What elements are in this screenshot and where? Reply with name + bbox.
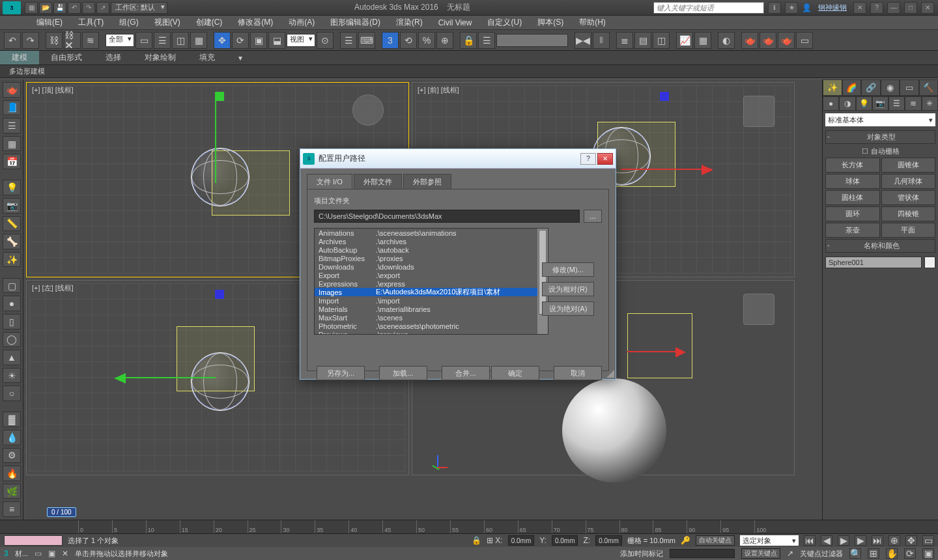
path-row-downloads[interactable]: Downloads.\downloads [315, 262, 548, 271]
dialog-body: 文件 I/O 外部文件 外部参照 项目文件夹 ... Animations.\s… [300, 169, 616, 379]
path-row-materials[interactable]: Materials.\materiallibraries [315, 305, 548, 313]
make-absolute-button[interactable]: 设为绝对(A) [542, 301, 594, 316]
path-row-maxstart[interactable]: MaxStart.\scenes [315, 313, 548, 322]
browse-button[interactable]: ... [584, 210, 602, 223]
modify-button[interactable]: 修改(M)... [542, 262, 594, 277]
path-row-animations[interactable]: Animations.\sceneassets\animations [315, 229, 548, 237]
dialog-title: 配置用户路径 [319, 153, 579, 164]
tab-xrefs[interactable]: 外部参照 [403, 174, 451, 189]
ok-button[interactable]: 确定 [491, 366, 539, 380]
path-row-photometric[interactable]: Photometric.\sceneassets\photometric [315, 322, 548, 330]
tab-file-io[interactable]: 文件 I/O [307, 174, 352, 189]
dialog-titlebar[interactable]: 3 配置用户路径 ? ✕ [300, 149, 616, 169]
make-relative-button[interactable]: 设为相对(R) [542, 282, 594, 296]
merge-button[interactable]: 合并... [442, 366, 490, 380]
path-row-bitmapproxies[interactable]: BitmapProxies.\proxies [315, 254, 548, 262]
path-row-images[interactable]: ImagesE:\Autodesk3dsMax2010课程项目\素材 [315, 288, 548, 296]
dialog-help-button[interactable]: ? [580, 153, 596, 165]
dialog-tabs: 文件 I/O 外部文件 外部参照 [307, 174, 609, 189]
modal-overlay: 3 配置用户路径 ? ✕ 文件 I/O 外部文件 外部参照 项目文件夹 ... … [0, 0, 938, 560]
dialog-panel: 项目文件夹 ... Animations.\sceneassets\animat… [307, 189, 609, 371]
tab-external-files[interactable]: 外部文件 [354, 174, 402, 189]
cancel-button[interactable]: 取消 [554, 366, 602, 380]
path-row-export[interactable]: Export.\export [315, 271, 548, 279]
project-folder-label: 项目文件夹 [314, 196, 602, 206]
path-row-archives[interactable]: Archives.\archives [315, 237, 548, 245]
paths-listbox[interactable]: Animations.\sceneassets\animationsArchiv… [314, 228, 548, 335]
path-row-previews[interactable]: Previews.\previews [315, 330, 548, 335]
dialog-app-icon: 3 [303, 153, 315, 165]
configure-paths-dialog: 3 配置用户路径 ? ✕ 文件 I/O 外部文件 外部参照 项目文件夹 ... … [300, 148, 616, 380]
project-path-input[interactable] [314, 210, 580, 223]
save-as-button[interactable]: 另存为... [317, 366, 365, 380]
path-row-autobackup[interactable]: AutoBackup.\autoback [315, 245, 548, 254]
resize-grip[interactable] [606, 370, 614, 378]
dialog-close-button[interactable]: ✕ [597, 153, 613, 165]
load-button[interactable]: 加载... [379, 366, 427, 380]
path-row-import[interactable]: Import.\import [315, 296, 548, 305]
